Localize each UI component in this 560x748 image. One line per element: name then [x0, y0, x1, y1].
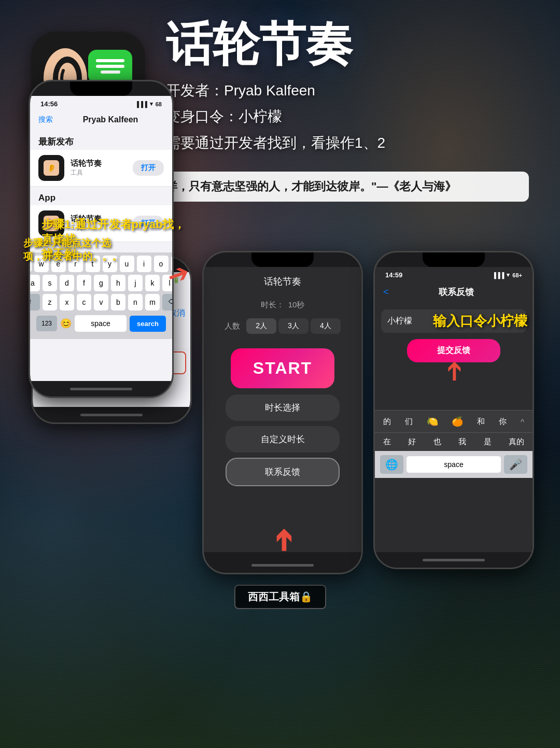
kb-v[interactable]: v [94, 294, 108, 311]
feedback-header: < 联系反馈 [375, 281, 533, 303]
feedback-input-text[interactable]: 小柠檬 [387, 316, 412, 325]
step2-label: 步骤2:只能点这个选项，开发者中的。。。 [23, 236, 127, 263]
app-info-1: 话轮节奏 工具 [71, 159, 127, 177]
globe-icon[interactable]: 🌐 [380, 455, 403, 474]
feedback-btn[interactable]: 联系反馈 [226, 458, 340, 486]
start-button[interactable]: START [231, 348, 334, 388]
back-btn-right[interactable]: < [383, 287, 389, 298]
keyboard-area: q w e r t y u i o p a [30, 252, 172, 339]
custom-duration-btn[interactable]: 自定义时长 [226, 426, 340, 453]
suggest-ni[interactable]: 你 [499, 417, 507, 427]
suggest-men[interactable]: 们 [405, 417, 413, 427]
phone-footer [33, 407, 190, 422]
dev-page-header: 搜索 Pryab Kalfeen [30, 110, 172, 130]
kb-space[interactable]: space [75, 315, 127, 332]
phone-footer-center [204, 557, 361, 573]
kb-emoji[interactable]: 😊 [60, 318, 72, 329]
suggestions-row2: 在 好 也 我 是 真的 [375, 432, 533, 451]
suggest-zhende[interactable]: 真的 [509, 437, 524, 447]
suggestions-row: 的 们 🍋 🍊 和 你 ^ [375, 410, 533, 432]
suggest-he[interactable]: 和 [477, 417, 485, 427]
app-developer: 开发者：Pryab Kalfeen 变身口令：小柠檬 需要通过开发者找到，看操作… [166, 78, 529, 156]
left-phone-group: 步骤1:通过开发者pryab找，直接找 找不到 14:56 ▐▐▐ ▾ 🔋 [31, 220, 192, 424]
duration-label: 时长： [261, 300, 284, 310]
people-2[interactable]: 2人 [246, 318, 276, 334]
kb-b[interactable]: b [111, 294, 125, 311]
phone-screen-center: 话轮节奏 时长： 10秒 人数 2人 3人 4人 START 时长选择 自定义时… [204, 267, 361, 552]
phone-footer-right [375, 552, 533, 568]
suggest-de[interactable]: 的 [383, 417, 391, 427]
kb-z[interactable]: z [43, 294, 57, 311]
app-header: 话轮节奏 [204, 267, 361, 296]
keyboard-bottom-right: 🌐 space 🎤 [375, 451, 533, 478]
watermark-box: 西西工具箱🔒 [234, 585, 326, 609]
phone-notch-center [251, 252, 314, 267]
suggest-wo[interactable]: 我 [458, 437, 466, 447]
app-name-1: 话轮节奏 [71, 159, 127, 168]
people-3[interactable]: 3人 [278, 318, 309, 334]
duration-value: 10秒 [288, 300, 305, 310]
kb-a[interactable]: a [29, 275, 40, 291]
app-cat-1: 工具 [71, 168, 127, 177]
suggest-lemon1[interactable]: 🍋 [427, 416, 438, 427]
battery-b: 68 [156, 101, 162, 107]
home-indicator-right [423, 559, 485, 561]
suggest-zai[interactable]: 在 [383, 437, 391, 447]
duration-select-btn[interactable]: 时长选择 [226, 394, 340, 421]
kb-f[interactable]: f [77, 275, 91, 291]
section-app: App [30, 187, 172, 205]
signal-r: ▐▐▐ [492, 272, 504, 278]
dev-page-title: Pryab Kalfeen [57, 115, 164, 124]
mic-icon[interactable]: 🎤 [504, 455, 527, 474]
app-list-item-1: 👂 话轮节奏 工具 打开 [30, 150, 172, 187]
kb-search-key[interactable]: search [130, 316, 166, 332]
kb-bottom-row: 123 😊 space search [33, 313, 169, 336]
app-icon-list-1: 👂 [38, 155, 64, 181]
kb-g[interactable]: g [94, 275, 108, 291]
time-right: 14:59 [385, 271, 402, 279]
input-annotation: 输入口令小柠檬 [433, 312, 527, 330]
status-icons-right: ▐▐▐ ▾ 68+ [492, 272, 522, 278]
suggest-hao[interactable]: 好 [408, 437, 416, 447]
home-indicator-bottom [70, 388, 132, 390]
kb-s[interactable]: s [43, 275, 57, 291]
kb-x[interactable]: x [60, 294, 74, 311]
screenshots-row: 步骤1:通过开发者pryab找，直接找 找不到 14:56 ▐▐▐ ▾ 🔋 [31, 220, 529, 574]
arrow-right: ➔ [439, 360, 469, 382]
kb-m[interactable]: m [145, 294, 160, 311]
kb-n[interactable]: n [128, 294, 143, 311]
phone-right: 14:59 ▐▐▐ ▾ 68+ < 联系反馈 小柠檬 输入口令 [373, 251, 534, 569]
kb-k[interactable]: k [145, 275, 160, 291]
suggest-ye[interactable]: 也 [433, 437, 441, 447]
phone-screen-right: 14:59 ▐▐▐ ▾ 68+ < 联系反馈 小柠檬 输入口令 [375, 267, 533, 552]
kb-h[interactable]: h [111, 275, 125, 291]
home-indicator [80, 414, 143, 416]
suggest-shi[interactable]: 是 [484, 437, 492, 447]
open-button-1[interactable]: 打开 [133, 160, 164, 176]
status-bar-right: 14:59 ▐▐▐ ▾ 68+ [375, 267, 533, 281]
back-arrow[interactable]: 搜索 [38, 115, 53, 124]
kb-d[interactable]: d [60, 275, 74, 291]
wifi-r: ▾ [507, 272, 510, 278]
battery-r: 68+ [512, 272, 522, 278]
kb-delete[interactable]: ⌫ [162, 294, 174, 311]
phone-footer-bottom [30, 381, 172, 397]
submit-button[interactable]: 提交反馈 [407, 339, 500, 362]
kb-j[interactable]: j [128, 275, 143, 291]
kb-shift[interactable]: ⇧ [29, 294, 40, 311]
people-4[interactable]: 4人 [311, 318, 341, 334]
status-icons-bottom: ▐▐▐ ▾ 68 [135, 101, 162, 107]
kb-123[interactable]: 123 [36, 316, 57, 331]
feedback-title: 联系反馈 [389, 286, 524, 298]
signal-b: ▐▐▐ [135, 101, 147, 107]
kb-c[interactable]: c [77, 294, 91, 311]
space-key-right[interactable]: space [407, 456, 501, 473]
status-bar-bottom: 14:56 ▐▐▐ ▾ 68 [30, 96, 172, 110]
kb-row3: ⇧ z x c v b n m ⌫ [33, 294, 169, 311]
home-indicator-center [251, 564, 314, 567]
chevron-up-icon[interactable]: ^ [521, 417, 524, 426]
suggest-lemon2[interactable]: 🍊 [452, 416, 463, 427]
time-bottom: 14:56 [40, 100, 58, 108]
phone-notch-right [423, 252, 485, 267]
people-label: 人数 [225, 321, 240, 331]
